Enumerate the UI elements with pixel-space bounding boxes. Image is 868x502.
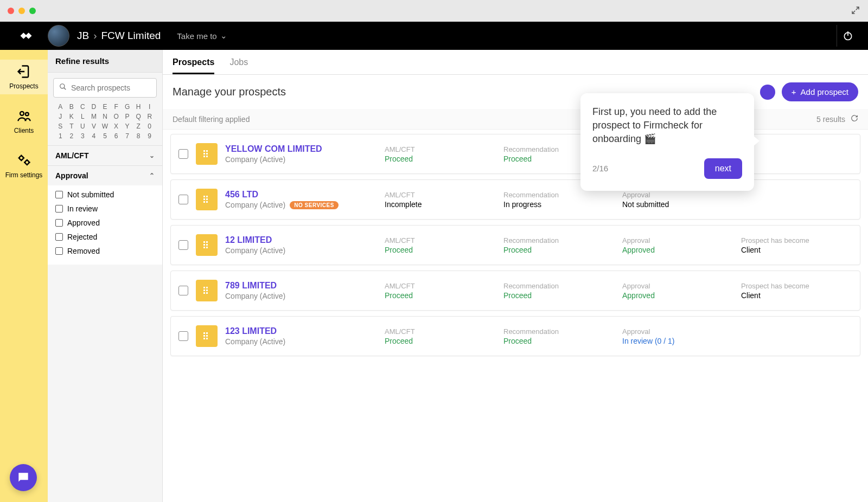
filter-option[interactable]: In review [55, 202, 155, 216]
filter-option[interactable]: Rejected [55, 230, 155, 244]
take-me-to-menu[interactable]: Take me to ⌄ [177, 31, 227, 41]
alpha-letter[interactable]: N [100, 113, 110, 120]
alpha-letter[interactable]: B [67, 103, 77, 111]
breadcrumb-user[interactable]: JB [77, 30, 89, 42]
prospect-row[interactable]: 789 LIMITEDCompany (Active) AML/CFTProce… [170, 271, 860, 311]
sidebar-item-firm-settings[interactable]: Firm settings [0, 149, 48, 183]
secondary-action-button[interactable] [760, 85, 775, 100]
alpha-letter[interactable]: G [122, 103, 132, 111]
mac-zoom-dot[interactable] [29, 8, 36, 14]
prospect-row[interactable]: 123 LIMITEDCompany (Active) AML/CFTProce… [170, 316, 860, 356]
alpha-letter[interactable]: 1 [55, 132, 66, 140]
alpha-letter[interactable]: F [111, 103, 122, 111]
alpha-letter[interactable]: E [100, 103, 110, 111]
svg-rect-10 [206, 150, 208, 152]
tooltip-text: First up, you need to add the prospect t… [592, 105, 742, 146]
alpha-letter[interactable]: A [55, 103, 66, 111]
filter-option[interactable]: Removed [55, 244, 155, 258]
building-icon [196, 325, 218, 347]
row-checkbox[interactable] [178, 149, 188, 159]
checkbox-icon [55, 247, 63, 255]
search-input-wrapper[interactable] [53, 78, 157, 98]
prospect-name[interactable]: 789 LIMITED [225, 281, 377, 291]
mac-minimize-dot[interactable] [18, 8, 25, 14]
svg-rect-21 [206, 201, 208, 203]
sidebar-item-clients[interactable]: Clients [0, 104, 48, 139]
chevron-down-icon: ⌄ [149, 152, 155, 159]
avatar[interactable] [48, 25, 69, 47]
filter-section-approval[interactable]: Approval ⌃ [48, 166, 162, 185]
alpha-letter[interactable]: J [55, 113, 66, 120]
alpha-letter[interactable]: R [144, 113, 155, 120]
search-input[interactable] [71, 83, 166, 92]
alpha-letter[interactable]: 8 [133, 132, 144, 140]
svg-rect-39 [203, 335, 205, 337]
page-title: Manage your prospects [173, 86, 286, 98]
row-checkbox[interactable] [178, 195, 188, 204]
svg-rect-25 [203, 244, 205, 246]
tab-jobs[interactable]: Jobs [229, 57, 248, 74]
prospect-name[interactable]: 456 LTD [225, 190, 377, 199]
alpha-letter[interactable]: 9 [144, 132, 155, 140]
prospect-row[interactable]: 12 LIMITEDCompany (Active) AML/CFTProcee… [170, 225, 860, 265]
filter-label: Approval [55, 171, 88, 180]
expand-icon[interactable] [851, 5, 860, 17]
alpha-letter[interactable]: D [89, 103, 99, 111]
alpha-letter[interactable]: Q [133, 113, 144, 120]
alpha-letter[interactable]: Z [133, 123, 144, 130]
col-val-aml: Proceed [385, 291, 496, 300]
alpha-letter[interactable]: L [78, 113, 88, 120]
alpha-letter[interactable]: P [122, 113, 132, 120]
alpha-letter[interactable]: I [144, 103, 155, 111]
alpha-letter[interactable]: V [89, 123, 99, 130]
alpha-letter[interactable]: U [78, 123, 88, 130]
alpha-letter[interactable]: 5 [100, 132, 110, 140]
prospect-name[interactable]: 123 LIMITED [225, 326, 377, 336]
main-content: Prospects Jobs Manage your prospects + A… [163, 50, 868, 502]
checkbox-icon [55, 219, 63, 227]
filter-section-amlcft[interactable]: AML/CFT ⌄ [48, 146, 162, 165]
filter-option[interactable]: Not submitted [55, 188, 155, 202]
alpha-letter[interactable]: 6 [111, 132, 122, 140]
row-checkbox[interactable] [178, 286, 188, 295]
refresh-icon[interactable] [851, 114, 858, 124]
alpha-letter[interactable]: 4 [89, 132, 99, 140]
mac-close-dot[interactable] [8, 8, 14, 14]
alpha-letter[interactable]: M [89, 113, 99, 120]
add-prospect-button[interactable]: + Add prospect [782, 82, 858, 101]
col-label-app: Approval [622, 191, 733, 199]
alpha-letter[interactable]: 0 [144, 123, 155, 130]
col-label-aml: AML/CFT [385, 191, 496, 199]
app-logo[interactable] [10, 28, 42, 43]
breadcrumb-org[interactable]: FCW Limited [101, 30, 161, 42]
alpha-letter[interactable]: W [100, 123, 110, 130]
alpha-letter[interactable]: O [111, 113, 122, 120]
svg-rect-32 [203, 289, 205, 291]
alpha-letter[interactable]: X [111, 123, 122, 130]
tooltip-next-button[interactable]: next [704, 158, 742, 179]
prospect-row[interactable]: 456 LTDCompany (Active) NO SERVICESAML/C… [170, 179, 860, 220]
alpha-letter[interactable]: 3 [78, 132, 88, 140]
alpha-letter[interactable]: T [67, 123, 77, 130]
intercom-chat-button[interactable] [10, 464, 37, 491]
svg-rect-14 [206, 156, 208, 157]
alpha-letter[interactable]: H [133, 103, 144, 111]
tab-prospects[interactable]: Prospects [173, 57, 214, 74]
alpha-letter[interactable]: C [78, 103, 88, 111]
sidebar-item-prospects[interactable]: Prospects [0, 60, 48, 94]
alpha-letter[interactable]: 2 [67, 132, 77, 140]
row-checkbox[interactable] [178, 331, 188, 341]
alpha-letter[interactable]: K [67, 113, 77, 120]
logout-button[interactable] [837, 25, 858, 47]
prospect-name[interactable]: 12 LIMITED [225, 235, 377, 245]
prospect-name[interactable]: YELLOW COM LIMITED [225, 144, 377, 154]
prospect-subtitle: Company (Active) [225, 292, 377, 300]
alpha-letter[interactable]: 7 [122, 132, 132, 140]
alpha-letter[interactable]: Y [122, 123, 132, 130]
col-label-app: Approval [622, 236, 733, 244]
alpha-letter[interactable]: S [55, 123, 66, 130]
filter-option-label: Rejected [67, 233, 97, 241]
filter-option[interactable]: Approved [55, 216, 155, 230]
row-checkbox[interactable] [178, 240, 188, 250]
svg-rect-35 [206, 292, 208, 294]
